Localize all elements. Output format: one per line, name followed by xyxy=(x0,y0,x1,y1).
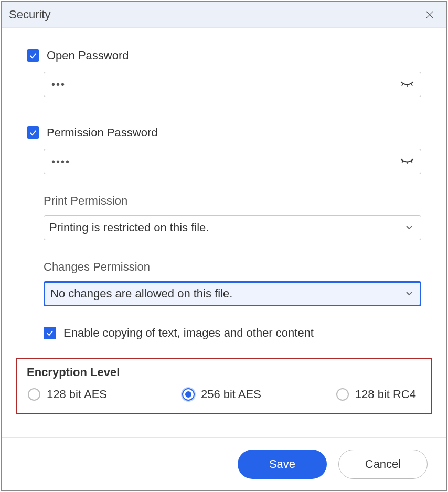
close-icon xyxy=(424,9,435,20)
dialog-content: Open Password Permissio xyxy=(2,28,446,437)
radio-icon xyxy=(182,388,195,401)
open-password-visibility-toggle[interactable] xyxy=(400,80,414,89)
eye-closed-icon xyxy=(400,80,414,89)
encryption-option-label: 128 bit RC4 xyxy=(355,388,416,401)
encryption-level-title: Encryption Level xyxy=(27,366,421,379)
encryption-radio-row: 128 bit AES 256 bit AES 128 bit RC4 xyxy=(27,388,421,401)
open-password-section: Open Password xyxy=(27,49,421,97)
radio-icon xyxy=(336,388,349,401)
encryption-level-section: Encryption Level 128 bit AES 256 bit AES… xyxy=(16,358,432,414)
print-permission-value: Printing is restricted on this file. xyxy=(49,221,209,234)
enable-copying-label: Enable copying of text, images and other… xyxy=(63,326,314,340)
changes-permission-select[interactable]: No changes are allowed on this file. xyxy=(44,281,421,306)
open-password-input[interactable] xyxy=(44,72,421,97)
print-permission-select[interactable]: Printing is restricted on this file. xyxy=(44,215,421,240)
open-password-input-wrap xyxy=(44,72,421,97)
eye-closed-icon xyxy=(400,157,414,166)
titlebar: Security xyxy=(2,2,446,28)
svg-line-3 xyxy=(402,161,403,163)
svg-line-0 xyxy=(402,84,403,86)
print-permission-select-wrap: Printing is restricted on this file. xyxy=(44,215,421,240)
checkmark-icon xyxy=(29,51,37,60)
enable-copying-checkbox[interactable] xyxy=(44,327,56,339)
dialog-footer: Save Cancel xyxy=(2,437,446,490)
encryption-option-128-rc4[interactable]: 128 bit RC4 xyxy=(336,388,416,401)
permission-password-input-wrap xyxy=(44,149,421,174)
radio-icon xyxy=(28,388,40,401)
changes-permission-value: No changes are allowed on this file. xyxy=(50,287,232,301)
permission-password-visibility-toggle[interactable] xyxy=(400,157,414,166)
security-dialog: Security Open Password xyxy=(1,1,447,491)
permission-password-check-row: Permission Password xyxy=(27,126,421,140)
changes-permission-label: Changes Permission xyxy=(44,260,421,274)
enable-copying-row: Enable copying of text, images and other… xyxy=(44,326,421,340)
changes-permission-select-wrap: No changes are allowed on this file. xyxy=(44,281,421,306)
open-password-checkbox[interactable] xyxy=(27,49,39,62)
encryption-option-label: 128 bit AES xyxy=(47,388,107,401)
permission-password-input[interactable] xyxy=(44,149,421,174)
close-button[interactable] xyxy=(422,7,437,22)
print-permission-label: Print Permission xyxy=(44,194,421,208)
permission-password-label: Permission Password xyxy=(47,126,158,140)
cancel-button[interactable]: Cancel xyxy=(338,450,428,479)
save-button[interactable]: Save xyxy=(238,450,327,479)
encryption-option-256-aes[interactable]: 256 bit AES xyxy=(182,388,261,401)
svg-line-2 xyxy=(411,84,412,86)
permission-password-section: Permission Password Print Permission Pri… xyxy=(27,126,421,340)
open-password-label: Open Password xyxy=(47,49,129,62)
svg-line-5 xyxy=(411,161,412,163)
encryption-option-128-aes[interactable]: 128 bit AES xyxy=(28,388,107,401)
checkmark-icon xyxy=(46,329,54,337)
checkmark-icon xyxy=(29,129,37,137)
encryption-option-label: 256 bit AES xyxy=(201,388,261,401)
dialog-title: Security xyxy=(9,8,50,22)
permission-password-checkbox[interactable] xyxy=(27,126,39,139)
open-password-check-row: Open Password xyxy=(27,49,421,62)
